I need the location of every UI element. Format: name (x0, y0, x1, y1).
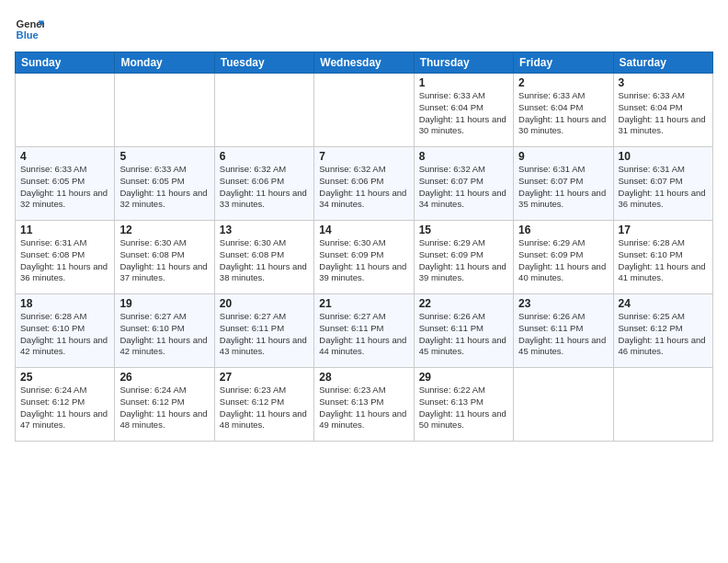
calendar-cell: 15Sunrise: 6:29 AM Sunset: 6:09 PM Dayli… (414, 221, 513, 294)
day-number: 7 (319, 150, 408, 163)
day-info: Sunrise: 6:33 AM Sunset: 6:04 PM Dayligh… (518, 90, 608, 137)
calendar-cell: 29Sunrise: 6:22 AM Sunset: 6:13 PM Dayli… (414, 368, 513, 442)
day-info: Sunrise: 6:30 AM Sunset: 6:08 PM Dayligh… (220, 237, 309, 284)
day-number: 15 (419, 224, 508, 236)
calendar-cell: 17Sunrise: 6:28 AM Sunset: 6:10 PM Dayli… (613, 221, 712, 294)
day-number: 5 (119, 150, 209, 163)
day-info: Sunrise: 6:28 AM Sunset: 6:10 PM Dayligh… (619, 237, 708, 284)
weekday-header-thursday: Thursday (414, 52, 513, 74)
day-info: Sunrise: 6:33 AM Sunset: 6:05 PM Dayligh… (119, 164, 209, 211)
day-info: Sunrise: 6:28 AM Sunset: 6:10 PM Dayligh… (20, 311, 109, 358)
calendar-cell: 18Sunrise: 6:28 AM Sunset: 6:10 PM Dayli… (16, 294, 115, 368)
calendar-cell: 12Sunrise: 6:30 AM Sunset: 6:08 PM Dayli… (115, 221, 214, 294)
calendar-cell: 21Sunrise: 6:27 AM Sunset: 6:11 PM Dayli… (314, 294, 414, 368)
day-number: 26 (119, 371, 209, 384)
calendar-cell: 16Sunrise: 6:29 AM Sunset: 6:09 PM Dayli… (514, 221, 613, 294)
day-info: Sunrise: 6:29 AM Sunset: 6:09 PM Dayligh… (518, 237, 608, 284)
calendar-cell: 25Sunrise: 6:24 AM Sunset: 6:12 PM Dayli… (16, 368, 115, 442)
calendar-cell: 14Sunrise: 6:30 AM Sunset: 6:09 PM Dayli… (314, 221, 414, 294)
calendar-cell: 19Sunrise: 6:27 AM Sunset: 6:10 PM Dayli… (115, 294, 214, 368)
day-number: 14 (319, 224, 408, 236)
calendar-cell: 6Sunrise: 6:32 AM Sunset: 6:06 PM Daylig… (214, 147, 313, 221)
day-number: 28 (319, 371, 408, 384)
day-number: 16 (518, 224, 608, 236)
page: General Blue SundayMondayTuesdayWednesda… (0, 0, 728, 563)
calendar-cell: 2Sunrise: 6:33 AM Sunset: 6:04 PM Daylig… (514, 74, 613, 147)
calendar-cell: 28Sunrise: 6:23 AM Sunset: 6:13 PM Dayli… (314, 368, 414, 442)
day-info: Sunrise: 6:31 AM Sunset: 6:07 PM Dayligh… (518, 164, 608, 211)
day-number: 17 (619, 224, 708, 236)
day-number: 21 (319, 297, 408, 310)
day-info: Sunrise: 6:31 AM Sunset: 6:08 PM Dayligh… (20, 237, 109, 284)
day-number: 23 (518, 297, 608, 310)
calendar-cell (514, 368, 613, 442)
day-number: 19 (119, 297, 209, 310)
day-number: 4 (20, 150, 109, 163)
day-number: 29 (419, 371, 508, 384)
calendar-cell: 13Sunrise: 6:30 AM Sunset: 6:08 PM Dayli… (214, 221, 313, 294)
day-info: Sunrise: 6:32 AM Sunset: 6:06 PM Dayligh… (220, 164, 309, 211)
calendar-cell: 8Sunrise: 6:32 AM Sunset: 6:07 PM Daylig… (414, 147, 513, 221)
day-number: 10 (619, 150, 708, 163)
day-number: 3 (619, 76, 708, 89)
day-info: Sunrise: 6:32 AM Sunset: 6:06 PM Dayligh… (319, 164, 408, 211)
day-info: Sunrise: 6:27 AM Sunset: 6:10 PM Dayligh… (119, 311, 209, 358)
calendar-cell: 23Sunrise: 6:26 AM Sunset: 6:11 PM Dayli… (514, 294, 613, 368)
day-info: Sunrise: 6:23 AM Sunset: 6:12 PM Dayligh… (220, 385, 309, 431)
day-number: 12 (119, 224, 209, 236)
day-info: Sunrise: 6:22 AM Sunset: 6:13 PM Dayligh… (419, 385, 508, 431)
day-number: 9 (518, 150, 608, 163)
calendar-cell (16, 74, 115, 147)
logo-icon: General Blue (15, 15, 44, 44)
day-info: Sunrise: 6:30 AM Sunset: 6:09 PM Dayligh… (319, 237, 408, 284)
day-info: Sunrise: 6:33 AM Sunset: 6:04 PM Dayligh… (619, 90, 708, 137)
day-number: 1 (419, 76, 508, 89)
day-info: Sunrise: 6:32 AM Sunset: 6:07 PM Dayligh… (419, 164, 508, 211)
svg-text:Blue: Blue (17, 29, 39, 40)
calendar: SundayMondayTuesdayWednesdayThursdayFrid… (15, 52, 713, 442)
day-info: Sunrise: 6:27 AM Sunset: 6:11 PM Dayligh… (319, 311, 408, 358)
calendar-cell (115, 74, 214, 147)
day-info: Sunrise: 6:27 AM Sunset: 6:11 PM Dayligh… (220, 311, 309, 358)
weekday-header-friday: Friday (514, 52, 613, 74)
day-info: Sunrise: 6:33 AM Sunset: 6:04 PM Dayligh… (419, 90, 508, 137)
calendar-cell: 4Sunrise: 6:33 AM Sunset: 6:05 PM Daylig… (16, 147, 115, 221)
calendar-cell: 22Sunrise: 6:26 AM Sunset: 6:11 PM Dayli… (414, 294, 513, 368)
calendar-cell: 5Sunrise: 6:33 AM Sunset: 6:05 PM Daylig… (115, 147, 214, 221)
calendar-cell (314, 74, 414, 147)
day-info: Sunrise: 6:25 AM Sunset: 6:12 PM Dayligh… (619, 311, 708, 358)
day-info: Sunrise: 6:24 AM Sunset: 6:12 PM Dayligh… (20, 385, 109, 431)
weekday-header-tuesday: Tuesday (214, 52, 313, 74)
day-info: Sunrise: 6:29 AM Sunset: 6:09 PM Dayligh… (419, 237, 508, 284)
day-number: 24 (619, 297, 708, 310)
day-info: Sunrise: 6:26 AM Sunset: 6:11 PM Dayligh… (419, 311, 508, 358)
calendar-cell: 24Sunrise: 6:25 AM Sunset: 6:12 PM Dayli… (613, 294, 712, 368)
calendar-cell: 1Sunrise: 6:33 AM Sunset: 6:04 PM Daylig… (414, 74, 513, 147)
header: General Blue (15, 15, 713, 44)
day-info: Sunrise: 6:31 AM Sunset: 6:07 PM Dayligh… (619, 164, 708, 211)
day-number: 2 (518, 76, 608, 89)
calendar-cell: 11Sunrise: 6:31 AM Sunset: 6:08 PM Dayli… (16, 221, 115, 294)
calendar-cell: 26Sunrise: 6:24 AM Sunset: 6:12 PM Dayli… (115, 368, 214, 442)
svg-text:General: General (17, 18, 44, 29)
calendar-cell (214, 74, 313, 147)
day-number: 11 (20, 224, 109, 236)
day-info: Sunrise: 6:24 AM Sunset: 6:12 PM Dayligh… (119, 385, 209, 431)
day-info: Sunrise: 6:33 AM Sunset: 6:05 PM Dayligh… (20, 164, 109, 211)
day-number: 8 (419, 150, 508, 163)
day-number: 25 (20, 371, 109, 384)
logo: General Blue (15, 15, 44, 44)
calendar-cell: 27Sunrise: 6:23 AM Sunset: 6:12 PM Dayli… (214, 368, 313, 442)
day-number: 20 (220, 297, 309, 310)
day-info: Sunrise: 6:30 AM Sunset: 6:08 PM Dayligh… (119, 237, 209, 284)
day-number: 6 (220, 150, 309, 163)
calendar-cell: 20Sunrise: 6:27 AM Sunset: 6:11 PM Dayli… (214, 294, 313, 368)
calendar-cell: 3Sunrise: 6:33 AM Sunset: 6:04 PM Daylig… (613, 74, 712, 147)
calendar-cell: 7Sunrise: 6:32 AM Sunset: 6:06 PM Daylig… (314, 147, 414, 221)
day-number: 27 (220, 371, 309, 384)
weekday-header-sunday: Sunday (16, 52, 115, 74)
weekday-header-wednesday: Wednesday (314, 52, 414, 74)
weekday-header-saturday: Saturday (613, 52, 712, 74)
day-number: 13 (220, 224, 309, 236)
day-number: 22 (419, 297, 508, 310)
